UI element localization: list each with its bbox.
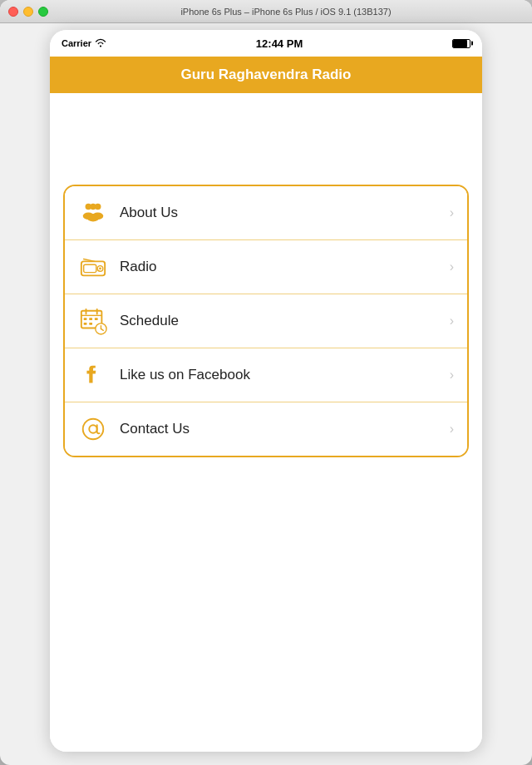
close-button[interactable]	[8, 7, 18, 17]
radio-icon	[78, 252, 108, 282]
mac-window: iPhone 6s Plus – iPhone 6s Plus / iOS 9.…	[0, 0, 532, 765]
svg-rect-16	[89, 318, 92, 320]
schedule-icon	[78, 306, 108, 336]
carrier-label: Carrier	[62, 38, 106, 49]
svg-rect-18	[84, 323, 87, 325]
contact-us-label: Contact Us	[120, 421, 450, 437]
menu-item-schedule[interactable]: Schedule ›	[65, 294, 467, 348]
people-icon	[78, 198, 108, 228]
menu-item-contact-us[interactable]: Contact Us ›	[65, 402, 467, 456]
svg-point-24	[89, 425, 96, 432]
svg-rect-15	[84, 318, 87, 320]
svg-rect-7	[84, 264, 96, 272]
radio-label: Radio	[120, 259, 450, 275]
status-bar: Carrier 12:44 PM	[50, 30, 482, 57]
battery-indicator	[452, 39, 470, 48]
facebook-icon	[78, 360, 108, 390]
about-us-label: About Us	[120, 205, 450, 221]
svg-point-23	[83, 419, 104, 440]
menu-item-facebook[interactable]: Like us on Facebook ›	[65, 348, 467, 402]
app-header: Guru Raghavendra Radio	[50, 57, 482, 93]
minimize-button[interactable]	[23, 7, 33, 17]
facebook-label: Like us on Facebook	[120, 367, 450, 383]
svg-rect-19	[89, 323, 92, 325]
chevron-right-icon: ›	[450, 422, 454, 437]
mac-titlebar: iPhone 6s Plus – iPhone 6s Plus / iOS 9.…	[0, 0, 532, 23]
status-time: 12:44 PM	[256, 37, 303, 50]
svg-rect-17	[95, 318, 98, 320]
svg-point-5	[86, 214, 99, 221]
svg-point-9	[99, 267, 101, 269]
wifi-icon	[95, 38, 106, 49]
svg-point-4	[90, 204, 96, 210]
menu-item-about-us[interactable]: About Us ›	[65, 186, 467, 240]
app-content: About Us › Radio ›	[50, 93, 482, 752]
menu-card: About Us › Radio ›	[63, 185, 469, 457]
mac-dots	[8, 7, 48, 17]
phone-frame: Carrier 12:44 PM Guru Raghavendra Radio	[50, 30, 482, 752]
chevron-right-icon: ›	[450, 205, 454, 220]
window-title: iPhone 6s Plus – iPhone 6s Plus / iOS 9.…	[48, 7, 524, 17]
at-icon	[78, 414, 108, 444]
app-title: Guru Raghavendra Radio	[181, 67, 352, 83]
maximize-button[interactable]	[38, 7, 48, 17]
chevron-right-icon: ›	[450, 259, 454, 274]
chevron-right-icon: ›	[450, 368, 454, 382]
menu-item-radio[interactable]: Radio ›	[65, 240, 467, 294]
chevron-right-icon: ›	[450, 313, 454, 328]
battery-icon	[452, 39, 470, 48]
schedule-label: Schedule	[120, 313, 450, 329]
